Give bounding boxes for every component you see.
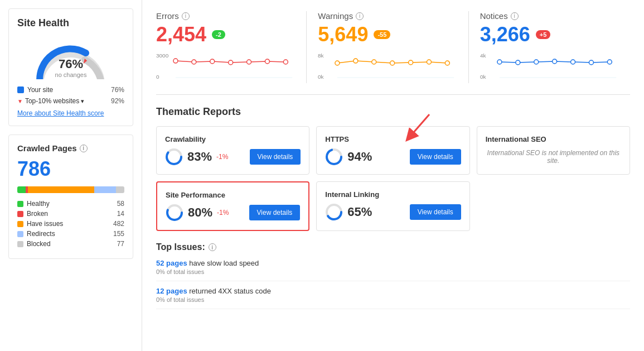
https-title: HTTPS xyxy=(325,135,461,143)
svg-text:0k: 0k xyxy=(480,74,486,80)
crawlability-title: Crawlability xyxy=(165,135,301,143)
broken-dot xyxy=(17,211,23,217)
blocked-dot xyxy=(17,241,23,247)
site-perf-view-btn[interactable]: View details xyxy=(249,205,301,220)
notices-label: Notices i xyxy=(480,11,619,21)
top-issues-info-icon[interactable]: i xyxy=(209,243,216,251)
site-perf-metric: 80% -1% View details xyxy=(166,204,300,222)
site-perf-change: -1% xyxy=(217,209,229,217)
site-perf-percent: 80% xyxy=(188,205,212,220)
your-site-label: Your site xyxy=(27,86,53,94)
status-healthy: Healthy 58 xyxy=(17,200,124,208)
metric-errors: Errors i 2,454 -2 3000 0 xyxy=(156,11,307,83)
svg-point-9 xyxy=(283,60,288,64)
svg-point-18 xyxy=(427,60,432,64)
warnings-badge: -55 xyxy=(374,30,390,39)
crawled-number: 786 xyxy=(17,157,124,181)
redirects-label: Redirects xyxy=(27,230,55,238)
report-https: HTTPS 94% View details xyxy=(316,126,469,175)
svg-point-17 xyxy=(409,60,413,65)
blocked-count: 77 xyxy=(117,240,124,248)
site-health-title: Site Health xyxy=(17,17,124,29)
svg-point-24 xyxy=(515,60,520,65)
legend-top10: ▼ Top-10% websites ▾ 92% xyxy=(17,97,124,105)
status-broken: Broken 14 xyxy=(17,210,124,218)
https-view-btn[interactable]: View details xyxy=(410,149,461,165)
bar-blocked xyxy=(116,186,124,193)
svg-point-19 xyxy=(446,61,450,65)
crawlability-percent: 83% xyxy=(187,150,212,164)
svg-text:3000: 3000 xyxy=(156,52,169,59)
errors-sparkline: 3000 0 xyxy=(156,51,295,81)
internal-link-title: Internal Linking xyxy=(325,190,461,199)
internal-link-percent: 65% xyxy=(347,205,372,219)
warnings-info-icon[interactable]: i xyxy=(356,12,364,20)
legend-your-site: Your site 76% xyxy=(17,86,124,94)
issue-2: 12 pages returned 4XX status code 0% of … xyxy=(156,287,630,309)
internal-link-metric: 65% View details xyxy=(325,203,461,221)
top-issues-section: Top Issues: i 52 pages have slow load sp… xyxy=(156,242,630,309)
svg-text:4k: 4k xyxy=(480,52,486,59)
thematic-reports-title: Thematic Reports xyxy=(156,106,630,118)
warnings-label: Warnings i xyxy=(318,11,457,21)
svg-text:0: 0 xyxy=(156,74,159,80)
issue-2-prefix[interactable]: 12 pages xyxy=(156,287,187,295)
svg-text:0k: 0k xyxy=(318,74,324,80)
svg-point-13 xyxy=(335,61,340,65)
svg-text:8k: 8k xyxy=(318,52,324,59)
svg-point-23 xyxy=(497,60,502,64)
notices-info-icon[interactable]: i xyxy=(511,12,519,20)
status-have-issues: Have issues 482 xyxy=(17,220,124,228)
crawlability-change: -1% xyxy=(216,153,228,161)
issue-2-text: returned 4XX status code xyxy=(187,287,271,295)
more-about-link[interactable]: More about Site Health score xyxy=(17,109,124,117)
internal-link-view-btn[interactable]: View details xyxy=(410,204,461,220)
errors-label: Errors i xyxy=(156,11,295,21)
issues-label: Have issues xyxy=(27,220,63,228)
bar-issues xyxy=(28,186,94,193)
broken-label: Broken xyxy=(27,210,48,218)
status-blocked: Blocked 77 xyxy=(17,240,124,248)
crawled-pages-card: Crawled Pages i 786 Healthy 58 xyxy=(8,134,133,259)
issue-1: 52 pages have slow load speed 0% of tota… xyxy=(156,259,630,281)
healthy-count: 58 xyxy=(117,200,124,208)
notices-sparkline: 4k 0k xyxy=(480,51,619,81)
your-site-value: 76% xyxy=(111,86,124,94)
site-health-card: Site Health 76% xyxy=(8,8,133,126)
intl-seo-title: International SEO xyxy=(486,135,621,143)
issue-1-prefix[interactable]: 52 pages xyxy=(156,259,187,267)
intl-seo-note: International SEO is not implemented on … xyxy=(486,149,621,165)
internal-link-circle xyxy=(325,203,343,221)
svg-point-8 xyxy=(265,59,269,64)
notices-badge: +5 xyxy=(536,30,551,39)
https-percent: 94% xyxy=(347,150,372,164)
redirects-count: 155 xyxy=(113,230,124,238)
crawlability-view-btn[interactable]: View details xyxy=(250,149,301,165)
errors-info-icon[interactable]: i xyxy=(182,12,190,20)
crawlability-circle xyxy=(165,148,183,166)
site-health-legend: Your site 76% ▼ Top-10% websites ▾ 92% xyxy=(17,86,124,105)
crawled-info-icon[interactable]: i xyxy=(80,145,88,152)
issue-1-title: 52 pages have slow load speed xyxy=(156,259,630,267)
issue-1-sub: 0% of total issues xyxy=(156,268,630,275)
crawled-pages-title: Crawled Pages i xyxy=(17,143,124,153)
notices-value-row: 3,266 +5 xyxy=(480,23,619,46)
warnings-number: 5,649 xyxy=(318,23,368,46)
top-issues-title: Top Issues: i xyxy=(156,242,630,252)
report-crawlability: Crawlability 83% -1% View details xyxy=(156,126,309,175)
healthy-label: Healthy xyxy=(27,200,50,208)
broken-count: 14 xyxy=(117,210,124,218)
healthy-dot xyxy=(17,201,23,207)
https-metric: 94% View details xyxy=(325,148,461,166)
svg-point-14 xyxy=(354,59,358,63)
issue-2-title: 12 pages returned 4XX status code xyxy=(156,287,630,295)
top10-label: Top-10% websites xyxy=(25,97,79,105)
svg-line-40 xyxy=(410,114,429,137)
gauge-label: no changes xyxy=(55,71,87,78)
issues-dot xyxy=(17,221,23,227)
thematic-reports-section: Thematic Reports Crawlability 83% -1% xyxy=(156,106,630,231)
top10-value: 92% xyxy=(111,97,124,105)
svg-point-6 xyxy=(229,60,233,65)
metric-notices: Notices i 3,266 +5 4k 0k xyxy=(469,11,630,83)
errors-value-row: 2,454 -2 xyxy=(156,23,295,46)
